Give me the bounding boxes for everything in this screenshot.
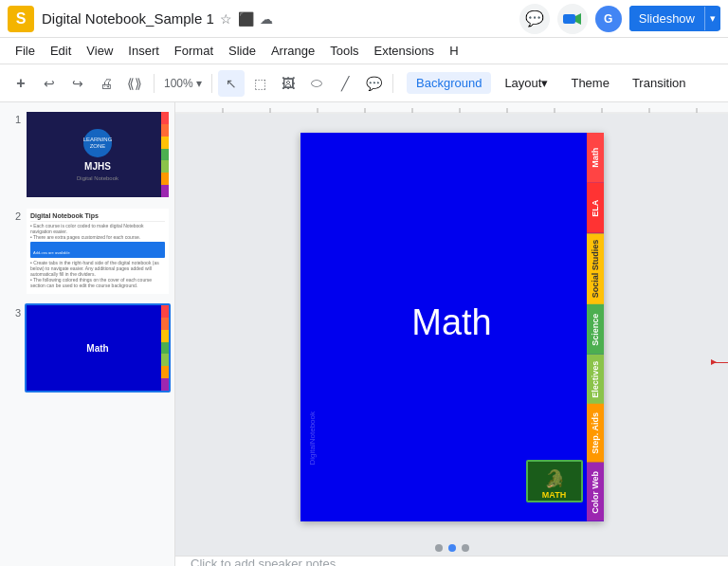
menu-slide[interactable]: Slide (221, 42, 264, 60)
thumb2-highlight: Add-ons are available (30, 242, 165, 258)
menu-arrange[interactable]: Arrange (264, 42, 322, 60)
slide-canvas[interactable]: Math Math ELA Social Studies Science Ele… (300, 133, 604, 521)
image-tool[interactable]: 🖼 (275, 70, 301, 97)
thumb3-tab-math (161, 305, 169, 318)
menu-extensions[interactable]: Extensions (367, 42, 443, 60)
canvas-wrapper[interactable]: Math Math ELA Social Studies Science Ele… (175, 114, 728, 540)
folder-icon[interactable]: ⬛ (238, 11, 254, 27)
menu-tools[interactable]: Tools (322, 42, 366, 60)
menu-file[interactable]: File (8, 42, 43, 60)
zoom-button[interactable]: 100% ▾ (160, 70, 206, 97)
speaker-notes-placeholder: Click to add speaker notes (191, 557, 336, 566)
menu-view[interactable]: View (79, 42, 120, 60)
thumb2-text-4: • The following colored things on the co… (30, 277, 165, 288)
toolbar: + ↩ ↪ 🖨 ⟪⟫ 100% ▾ ↖ ⬚ 🖼 ⬭ ╱ 💬 Background… (0, 64, 728, 102)
annotation-line (711, 362, 728, 363)
menu-insert[interactable]: Insert (120, 42, 167, 60)
speaker-notes[interactable]: Click to add speaker notes (175, 556, 728, 566)
menu-help[interactable]: H (442, 42, 465, 60)
thumb1-logo-text: LEARNING ZONE (83, 137, 113, 149)
app-icon: S (8, 6, 34, 32)
thumb1-tabs (161, 112, 169, 197)
slide-tab-science[interactable]: Science (587, 304, 604, 355)
thumb1-title: MJHS (84, 161, 111, 172)
svg-rect-2 (175, 102, 728, 114)
thumb3-tab-sci (161, 342, 169, 355)
thumb1-subtitle: Digital Notebook (77, 175, 118, 181)
nav-dot-3[interactable] (462, 544, 469, 552)
nav-dot-2[interactable] (448, 544, 456, 552)
select-tool[interactable]: ↖ (218, 70, 245, 97)
slide-item-2[interactable]: 2 Digital Notebook Tips • Each course is… (4, 207, 171, 296)
slide-tab-ela[interactable]: ELA (587, 183, 604, 233)
slide-thumb-3[interactable]: Math (25, 303, 171, 393)
slide-tab-ss[interactable]: Social Studies (587, 233, 604, 304)
slide-navigation-dots (431, 540, 473, 556)
canvas-area: Math Math ELA Social Studies Science Ele… (175, 102, 728, 566)
separator-2 (211, 74, 212, 93)
layout-button[interactable]: Layout▾ (495, 72, 557, 94)
thumb3-math-text: Math (86, 343, 108, 354)
svg-marker-1 (575, 13, 581, 25)
slide-tab-step-aids[interactable]: Step. Aids (587, 404, 604, 463)
thumb2-line-1 (30, 221, 165, 222)
slide-tabs: Math ELA Social Studies Science Elective… (587, 133, 604, 521)
slide-tab-electives[interactable]: Electives (587, 355, 604, 405)
thumb3-tab-elec (161, 354, 169, 366)
slide-number-2: 2 (4, 210, 21, 222)
add-button[interactable]: + (8, 70, 34, 97)
paint-format-button[interactable]: ⟪⟫ (121, 70, 148, 97)
slide-vertical-text: DigitalNotebook (308, 411, 317, 465)
menu-edit[interactable]: Edit (43, 42, 79, 60)
thumb1-tab-step (161, 173, 169, 185)
slide-number-1: 1 (4, 114, 21, 125)
line-tool[interactable]: ╱ (332, 70, 358, 97)
slide-tab-color-web[interactable]: Color Web (587, 463, 604, 521)
star-icon[interactable]: ☆ (220, 11, 232, 27)
top-bar: S Digital Notebook_Sample 1 ☆ ⬛ ☁ 💬 G Sl… (0, 0, 728, 38)
shape-tool[interactable]: ⬭ (303, 70, 330, 97)
transition-button[interactable]: Transition (623, 72, 696, 94)
text-box-tool[interactable]: ⬚ (246, 70, 273, 97)
slide-number-3: 3 (4, 307, 21, 319)
ruler-horizontal (175, 102, 728, 114)
thumb3-tab-ss (161, 330, 169, 342)
slide-thumb-2[interactable]: Digital Notebook Tips • Each course is c… (25, 207, 171, 296)
slide-item-3[interactable]: 3 Math (4, 303, 171, 393)
account-button[interactable]: G (595, 6, 622, 32)
doc-title: Digital Notebook_Sample 1 (42, 10, 214, 27)
thumb2-text-3: • Create tabs in the right-hand side of … (30, 260, 165, 277)
undo-button[interactable]: ↩ (36, 70, 63, 97)
thumb2-text-2: • There are extra pages customized for e… (30, 234, 165, 240)
print-button[interactable]: 🖨 (93, 70, 119, 97)
thumb3-tab-ela (161, 318, 169, 330)
math-logo-label: MATH (539, 489, 569, 501)
slide-tab-math[interactable]: Math (587, 133, 604, 183)
thumb1-logo: LEARNING ZONE (83, 129, 112, 157)
slide-subject-text: Math (411, 302, 491, 343)
menu-bar: File Edit View Insert Format Slide Arran… (0, 38, 728, 64)
slideshow-dropdown-button[interactable]: ▾ (704, 7, 720, 30)
thumb2-highlight-text: Add-ons are available (33, 250, 70, 255)
svg-rect-0 (563, 14, 575, 24)
slideshow-button[interactable]: Slideshow (629, 6, 704, 31)
background-button[interactable]: Background (407, 72, 491, 94)
math-logo: 🐊 MATH (526, 460, 583, 502)
comment-tool[interactable]: 💬 (360, 70, 387, 97)
slide-thumb-1[interactable]: LEARNING ZONE MJHS Digital Notebook (25, 110, 171, 199)
thumb2-text-1: • Each course is color coded to make dig… (30, 223, 165, 234)
comments-button[interactable]: 💬 (519, 4, 550, 34)
redo-button[interactable]: ↪ (64, 70, 91, 97)
thumb1-tab-elec (161, 160, 169, 173)
slide-item-1[interactable]: 1 LEARNING ZONE MJHS Digital Notebook (4, 110, 171, 199)
main-content: 1 LEARNING ZONE MJHS Digital Notebook (0, 102, 728, 566)
thumb3-tab-cw (161, 378, 169, 391)
thumb1-tab-ela (161, 124, 169, 137)
cloud-icon[interactable]: ☁ (260, 11, 273, 27)
meet-button[interactable] (557, 4, 588, 34)
menu-format[interactable]: Format (167, 42, 221, 60)
thumb1-tab-sci (161, 149, 169, 161)
theme-button[interactable]: Theme (561, 72, 618, 94)
nav-dot-1[interactable] (435, 544, 443, 552)
top-right-actions: 💬 G Slideshow ▾ (519, 4, 720, 34)
